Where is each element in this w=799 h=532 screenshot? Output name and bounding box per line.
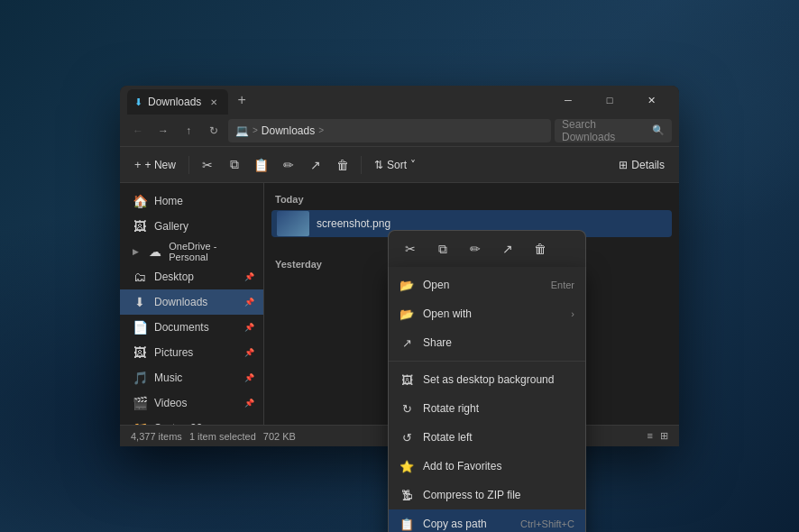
- pictures-icon: 🖼: [133, 345, 147, 360]
- rotate-left-icon: ↺: [400, 430, 414, 445]
- sidebar-item-onedrive[interactable]: ▶ ☁ OneDrive - Personal: [120, 239, 263, 264]
- sidebar-item-home[interactable]: 🏠 Home: [120, 188, 263, 214]
- ctx-open[interactable]: 📂 Open Enter: [389, 271, 585, 299]
- search-box[interactable]: Search Downloads 🔍: [555, 119, 672, 142]
- back-button[interactable]: ←: [127, 120, 149, 142]
- tab-icon: ⬇: [134, 96, 142, 108]
- add-fav-icon: ⭐: [400, 459, 414, 473]
- videos-pin-icon: 📌: [244, 399, 254, 408]
- sidebar-music-label: Music: [154, 371, 182, 384]
- compress-icon: 🗜: [400, 488, 414, 502]
- list-view-icon[interactable]: ≡: [647, 430, 653, 442]
- ctx-rename-button[interactable]: ✏: [463, 236, 488, 261]
- sidebar-item-documents[interactable]: 📄 Documents 📌: [120, 315, 263, 340]
- sort-label: Sort: [387, 159, 407, 171]
- open-shortcut: Enter: [551, 280, 574, 290]
- title-bar: ⬇ Downloads ✕ + ─ □ ✕: [120, 86, 679, 115]
- pictures-pin-icon: 📌: [244, 348, 254, 357]
- sidebar-item-system32[interactable]: 📁 System32: [120, 416, 263, 425]
- open-label: Open: [423, 279, 542, 291]
- up-button[interactable]: ↑: [178, 120, 199, 142]
- search-icon[interactable]: 🔍: [652, 124, 665, 136]
- new-button[interactable]: + + New: [127, 151, 183, 179]
- downloads-pin-icon: 📌: [244, 298, 254, 307]
- sidebar-desktop-label: Desktop: [154, 271, 194, 283]
- pc-icon: 💻: [235, 124, 249, 137]
- sidebar-item-downloads[interactable]: ⬇ Downloads 📌: [120, 289, 263, 315]
- sort-button[interactable]: ⇅ Sort ˅: [367, 151, 423, 179]
- ctx-share-button[interactable]: ↗: [495, 236, 520, 261]
- ctx-add-fav[interactable]: ⭐ Add to Favorites: [389, 452, 585, 481]
- open-icon: 📂: [400, 278, 414, 292]
- file-explorer-window: ⬇ Downloads ✕ + ─ □ ✕ ← → ↑ ↻ 💻 > Downlo…: [120, 86, 679, 446]
- share-icon: ↗: [400, 335, 414, 350]
- details-icon: ⊞: [619, 159, 628, 171]
- search-placeholder: Search Downloads: [562, 118, 648, 143]
- minimize-button[interactable]: ─: [547, 86, 589, 115]
- maximize-button[interactable]: □: [589, 86, 630, 115]
- music-icon: 🎵: [133, 371, 147, 385]
- ctx-compress[interactable]: 🗜 Compress to ZIP file: [389, 481, 585, 509]
- videos-icon: 🎬: [133, 396, 147, 410]
- ctx-rotate-right[interactable]: ↻ Rotate right: [389, 394, 585, 423]
- toolbar-separator-2: [361, 156, 362, 174]
- sidebar-item-desktop[interactable]: 🗂 Desktop 📌: [120, 264, 263, 289]
- ctx-copy-button[interactable]: ⧉: [430, 236, 455, 261]
- open-with-label: Open with: [423, 307, 562, 320]
- ctx-cut-button[interactable]: ✂: [398, 236, 423, 261]
- grid-view-icon[interactable]: ⊞: [660, 430, 668, 442]
- delete-button[interactable]: 🗑: [330, 152, 355, 178]
- toolbar-separator-1: [188, 156, 189, 174]
- rotate-right-icon: ↻: [400, 401, 414, 416]
- file-size: 702 KB: [263, 431, 296, 442]
- close-button[interactable]: ✕: [630, 86, 672, 115]
- share-button[interactable]: ↗: [303, 152, 328, 178]
- context-mini-toolbar: ✂ ⧉ ✏ ↗ 🗑: [388, 230, 586, 267]
- sidebar-item-gallery[interactable]: 🖼 Gallery: [120, 214, 263, 239]
- ctx-copy-path[interactable]: 📋 Copy as path Ctrl+Shift+C: [389, 509, 585, 532]
- copy-path-shortcut: Ctrl+Shift+C: [520, 518, 574, 529]
- sidebar-item-videos[interactable]: 🎬 Videos 📌: [120, 390, 263, 416]
- sidebar-item-music[interactable]: 🎵 Music 📌: [120, 365, 263, 390]
- toolbar-right: ⊞ Details: [611, 151, 672, 179]
- sort-arrow: ˅: [410, 159, 416, 171]
- tab-close-button[interactable]: ✕: [207, 96, 221, 109]
- downloads-icon: ⬇: [133, 295, 147, 309]
- breadcrumb[interactable]: 💻 > Downloads >: [228, 119, 551, 142]
- cut-button[interactable]: ✂: [195, 152, 220, 178]
- tab-downloads[interactable]: ⬇ Downloads ✕: [127, 89, 228, 115]
- desktop-pin-icon: 📌: [244, 272, 254, 281]
- ctx-rotate-left[interactable]: ↺ Rotate left: [389, 423, 585, 452]
- ctx-open-with[interactable]: 📂 Open with ›: [389, 299, 585, 328]
- rotate-left-label: Rotate left: [423, 431, 574, 444]
- sidebar-home-label: Home: [154, 195, 183, 207]
- home-icon: 🏠: [133, 194, 147, 208]
- sort-icon: ⇅: [374, 159, 383, 171]
- rename-button[interactable]: ✏: [276, 152, 301, 178]
- paste-button[interactable]: 📋: [249, 152, 274, 178]
- ctx-set-bg[interactable]: 🖼 Set as desktop background: [389, 365, 585, 394]
- details-button[interactable]: ⊞ Details: [611, 151, 672, 179]
- set-bg-label: Set as desktop background: [423, 373, 574, 386]
- status-view-controls: ≡ ⊞: [647, 430, 668, 442]
- context-menu-wrapper: ✂ ⧉ ✏ ↗ 🗑 📂 Open Enter 📂 Open with › ↗ S…: [388, 230, 586, 532]
- copy-button[interactable]: ⧉: [222, 152, 247, 178]
- toolbar: + + New ✂ ⧉ 📋 ✏ ↗ 🗑 ⇅ Sort ˅ ⊞ Details: [120, 147, 679, 183]
- sidebar-gallery-label: Gallery: [154, 220, 188, 233]
- ctx-delete-button[interactable]: 🗑: [528, 236, 553, 261]
- new-icon: +: [134, 158, 142, 171]
- breadcrumb-sep1: >: [253, 125, 258, 135]
- refresh-button[interactable]: ↻: [203, 120, 225, 142]
- expand-icon: ▶: [133, 247, 139, 256]
- details-label: Details: [631, 159, 665, 171]
- desktop-icon: 🗂: [133, 270, 147, 284]
- set-bg-icon: 🖼: [400, 372, 414, 387]
- sidebar-item-pictures[interactable]: 🖼 Pictures 📌: [120, 340, 263, 365]
- copy-path-label: Copy as path: [423, 518, 511, 530]
- new-tab-button[interactable]: +: [232, 92, 251, 108]
- ctx-separator-1: [389, 361, 585, 362]
- ctx-share[interactable]: ↗ Share: [389, 328, 585, 357]
- forward-button[interactable]: →: [152, 120, 174, 142]
- share-label: Share: [423, 336, 574, 349]
- breadcrumb-sep2: >: [318, 125, 324, 135]
